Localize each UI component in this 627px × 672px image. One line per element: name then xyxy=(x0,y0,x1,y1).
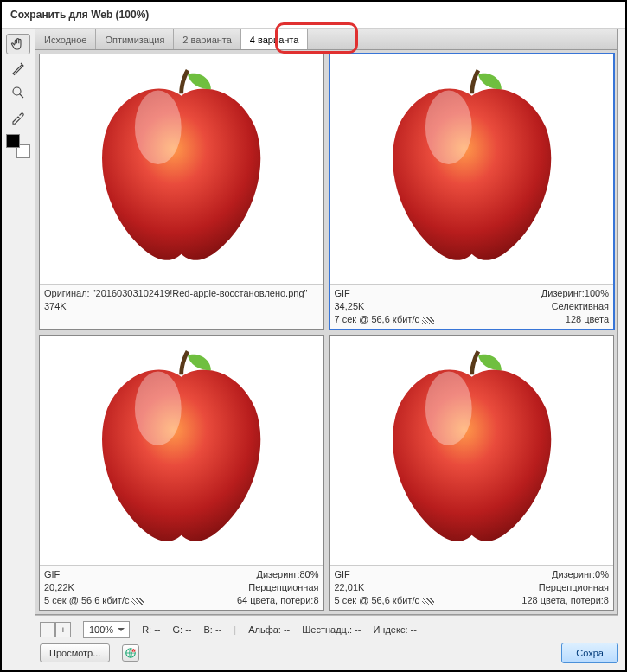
svg-point-2 xyxy=(425,90,472,163)
index-readout: Индекс: -- xyxy=(373,624,416,635)
pane-info: GIFДизеринг:80% 20,22KПерцепционная 5 се… xyxy=(40,565,323,610)
preview-button[interactable]: Просмотр... xyxy=(40,643,110,662)
footer: −+ 100% R: -- G: -- B: -- | Альфа: -- Ше… xyxy=(35,615,618,668)
preview-image xyxy=(342,345,602,556)
tab-original[interactable]: Исходное xyxy=(35,29,96,49)
tab-4up[interactable]: 4 варианта xyxy=(241,29,309,49)
save-button[interactable]: Сохра xyxy=(561,643,618,663)
hand-tool[interactable] xyxy=(6,34,30,54)
hex-readout: Шестнадц.: -- xyxy=(302,624,361,635)
svg-point-3 xyxy=(135,371,182,445)
b-readout: B: -- xyxy=(204,624,222,635)
preview-image xyxy=(51,345,311,556)
r-readout: R: -- xyxy=(142,624,160,635)
slice-tool[interactable] xyxy=(6,58,30,79)
pane-gif-2[interactable]: GIFДизеринг:80% 20,22KПерцепционная 5 се… xyxy=(39,335,324,611)
zoom-in-button[interactable]: + xyxy=(55,622,71,637)
color-swatches[interactable] xyxy=(6,134,30,158)
preview-image xyxy=(51,64,311,275)
alpha-readout: Альфа: -- xyxy=(248,624,290,635)
eyedropper-tool[interactable] xyxy=(6,106,30,127)
foreground-swatch[interactable] xyxy=(6,134,20,148)
pane-info: Оригинал: "20160303102419!Red-apple-восс… xyxy=(40,284,323,329)
view-tabs: Исходное Оптимизация 2 варианта 4 вариан… xyxy=(35,29,618,49)
window-title: Сохранить для Web (100%) xyxy=(2,2,625,29)
svg-point-4 xyxy=(425,371,472,445)
tab-optimized[interactable]: Оптимизация xyxy=(96,29,174,49)
toolbar xyxy=(2,29,35,668)
zoom-tool[interactable] xyxy=(6,82,30,103)
g-readout: G: -- xyxy=(173,624,192,635)
pane-gif-3[interactable]: GIFДизеринг:0% 22,01KПерцепционная 5 сек… xyxy=(329,335,615,611)
pane-original[interactable]: Оригинал: "20160303102419!Red-apple-восс… xyxy=(39,54,324,330)
pane-info: GIFДизеринг:0% 22,01KПерцепционная 5 сек… xyxy=(330,565,614,610)
tab-2up[interactable]: 2 варианта xyxy=(174,29,241,49)
zoom-select[interactable]: 100% xyxy=(83,621,130,638)
browser-preview-button[interactable]: ? xyxy=(122,644,139,662)
pane-gif-1[interactable]: GIFДизеринг:100% 34,25KСелективная 7 сек… xyxy=(329,54,615,330)
zoom-out-button[interactable]: − xyxy=(40,622,55,637)
preview-grid: Оригинал: "20160303102419!Red-apple-восс… xyxy=(35,49,618,615)
pane-info: GIFДизеринг:100% 34,25KСелективная 7 сек… xyxy=(330,284,614,329)
preview-image xyxy=(342,64,602,275)
svg-point-1 xyxy=(135,90,182,163)
svg-text:?: ? xyxy=(132,647,136,653)
